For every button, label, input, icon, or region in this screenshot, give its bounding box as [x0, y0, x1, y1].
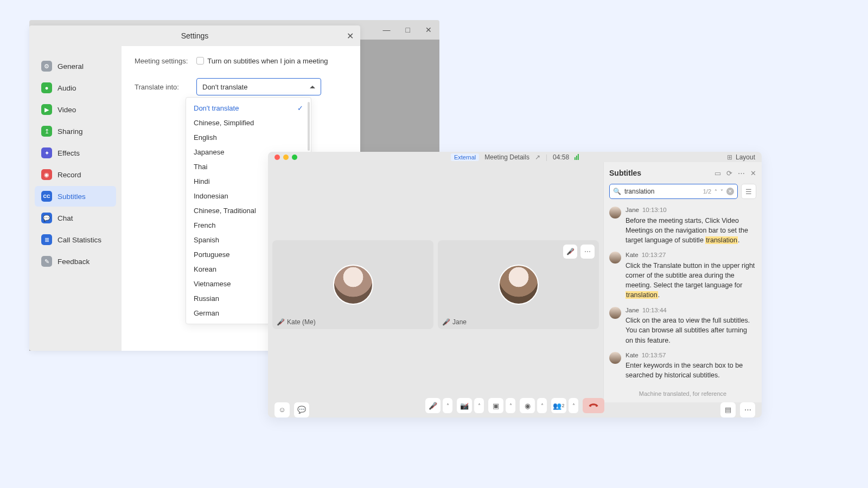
maximize-button[interactable]: □ [406, 25, 410, 34]
nav-record[interactable]: ◉Record [35, 164, 116, 185]
entry-header: Kate10:13:27 [626, 251, 756, 260]
subtitle-join-checkbox[interactable]: Turn on subtitles when I join a meeting [196, 57, 328, 65]
checkbox-icon [196, 57, 204, 65]
mic-caret[interactable]: ˄ [443, 398, 452, 413]
tile-name-label: Jane [452, 318, 467, 326]
minimize-dot[interactable] [283, 155, 289, 160]
share-button[interactable]: ▣ [488, 398, 503, 413]
hangup-button[interactable] [583, 398, 604, 413]
subtitles-list[interactable]: Jane10:13:10Before the meeting starts, C… [604, 203, 762, 386]
scrollbar[interactable] [308, 102, 310, 151]
share-caret[interactable]: ˄ [506, 398, 515, 413]
nav-effects[interactable]: ✦Effects [35, 143, 116, 163]
subtitle-entry[interactable]: Kate10:13:57Enter keywords in the search… [609, 351, 756, 381]
record-button[interactable]: ◉ [520, 398, 535, 413]
record-caret[interactable]: ˄ [537, 398, 547, 413]
check-icon: ✓ [297, 104, 303, 112]
subtitles-panel: Subtitles ▭ ⟳ ⋯ ✕ 🔍 translation 1/2 ˄ ˅ … [603, 162, 762, 402]
tile-mute-icon[interactable]: 🎤̸ [563, 245, 577, 259]
nav-call-statistics[interactable]: ≣Call Statistics [35, 229, 116, 250]
meeting-window: External Meeting Details ↗ | 04:58 ⊞ Lay… [268, 152, 762, 418]
close-dot[interactable] [275, 155, 280, 160]
participants-button[interactable]: 👥2 [551, 398, 566, 413]
gear-icon: ⚙ [41, 61, 52, 72]
nav-label: Subtitles [58, 192, 86, 201]
mic-button[interactable]: 🎤̸ [425, 398, 441, 413]
entry-text: Click the Translate button in the upper … [626, 261, 756, 300]
avatar [609, 207, 621, 219]
popout-icon[interactable]: ↗ [535, 153, 540, 161]
external-badge: External [451, 153, 479, 161]
subtitle-entry[interactable]: Jane10:13:44Click on the area to view th… [609, 306, 756, 345]
avatar [333, 265, 373, 305]
video-tile-peer[interactable]: 🎤̸ ⋯ 🎤̸Jane [438, 240, 599, 329]
nav-label: Chat [58, 214, 73, 222]
nav-video[interactable]: ▶Video [35, 99, 116, 120]
subtitle-entry[interactable]: Jane10:13:10Before the meeting starts, C… [609, 206, 756, 245]
translate-option[interactable]: Chinese, Simplified [186, 115, 311, 130]
chevron-up-icon [310, 86, 315, 88]
participants-caret[interactable]: ˄ [569, 398, 578, 413]
entry-header: Jane10:13:44 [626, 306, 756, 315]
close-icon[interactable]: ✕ [750, 169, 756, 177]
video-area: 🎤̸Kate (Me) 🎤̸ ⋯ 🎤̸Jane [268, 162, 603, 402]
traffic-lights [275, 155, 297, 160]
tile-more-button[interactable]: ⋯ [580, 245, 595, 259]
nav-general[interactable]: ⚙General [35, 56, 116, 76]
checkbox-label: Turn on subtitles when I join a meeting [207, 57, 328, 65]
more-button[interactable]: ⋯ [740, 402, 755, 418]
camera-icon: ▶ [41, 104, 52, 115]
nav-audio[interactable]: ●Audio [35, 78, 116, 98]
close-button[interactable]: ✕ [425, 25, 432, 34]
prev-match-icon[interactable]: ˄ [714, 189, 717, 195]
nav-label: Feedback [58, 258, 90, 266]
nav-subtitles[interactable]: CCSubtitles [35, 186, 116, 207]
cc-icon: CC [41, 191, 52, 202]
center-controls: 🎤̸˄ 📷̸˄ ▣˄ ◉˄ 👥2˄ [425, 398, 604, 413]
translate-option[interactable]: Don't translate✓ [186, 101, 311, 115]
layout-icon[interactable]: ⊞ [727, 153, 732, 161]
notes-button[interactable]: ▤ [720, 402, 736, 418]
camera-button[interactable]: 📷̸ [457, 398, 472, 413]
nav-label: Sharing [58, 127, 83, 136]
entry-header: Kate10:13:57 [626, 351, 756, 360]
avatar [499, 265, 539, 305]
record-icon: ◉ [41, 169, 52, 180]
entry-text: Enter keywords in the search box to be s… [626, 361, 756, 380]
settings-close-button[interactable]: ✕ [347, 31, 354, 41]
share-icon: ↥ [41, 126, 52, 137]
settings-title: Settings [181, 31, 209, 40]
mic-icon: ● [41, 82, 52, 93]
reactions-button[interactable]: ☺ [275, 402, 290, 418]
nav-chat[interactable]: 💬Chat [35, 208, 116, 228]
avatar [609, 252, 621, 264]
nav-label: General [58, 62, 84, 70]
subtitles-title: Subtitles [609, 169, 641, 177]
nav-feedback[interactable]: ✎Feedback [35, 251, 116, 272]
filter-button[interactable]: ☰ [741, 184, 756, 199]
meeting-details-link[interactable]: Meeting Details [484, 153, 529, 161]
layout-label[interactable]: Layout [736, 153, 755, 161]
stats-icon: ≣ [41, 234, 52, 245]
chat-button[interactable]: 💬 [294, 402, 309, 418]
video-tile-self[interactable]: 🎤̸Kate (Me) [272, 240, 433, 329]
subtitle-search-input[interactable]: 🔍 translation 1/2 ˄ ˅ ✕ [609, 184, 738, 199]
minimize-button[interactable]: — [383, 25, 391, 34]
screen-icon[interactable]: ▭ [714, 169, 721, 177]
signal-icon [575, 154, 579, 160]
more-icon[interactable]: ⋯ [738, 169, 745, 177]
settings-header: Settings ✕ [29, 25, 360, 46]
mic-muted-icon: 🎤̸ [442, 318, 450, 326]
zoom-dot[interactable] [292, 155, 297, 160]
subtitle-entry[interactable]: Kate10:13:27Click the Translate button i… [609, 251, 756, 300]
effects-icon: ✦ [41, 147, 52, 158]
nav-sharing[interactable]: ↥Sharing [35, 121, 116, 142]
translate-dropdown[interactable]: Don't translate [196, 78, 321, 95]
translate-icon[interactable]: ⟳ [726, 169, 732, 177]
translate-option[interactable]: English [186, 130, 311, 145]
clear-search-button[interactable]: ✕ [726, 188, 734, 195]
next-match-icon[interactable]: ˅ [720, 189, 723, 195]
camera-caret[interactable]: ˄ [474, 398, 484, 413]
dropdown-selected: Don't translate [202, 83, 247, 91]
translate-into-label: Translate into: [135, 83, 188, 91]
